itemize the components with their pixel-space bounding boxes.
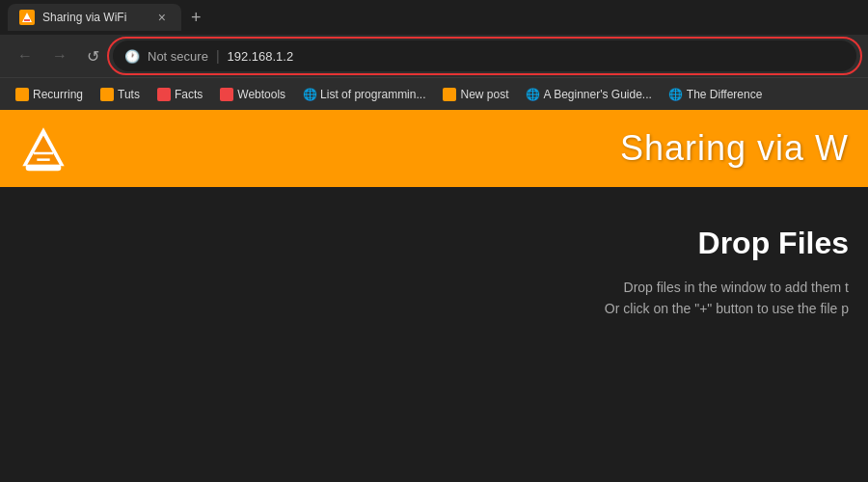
bookmark-label: Tuts	[118, 88, 140, 101]
bookmark-globe-icon: 🌐	[669, 88, 683, 101]
address-url: 192.168.1.2	[228, 49, 294, 64]
not-secure-label: Not secure	[148, 49, 208, 64]
page-header-title: Sharing via W	[620, 128, 849, 169]
bookmark-folder-icon	[220, 88, 233, 101]
bookmark-list-programming[interactable]: 🌐 List of programmin...	[295, 85, 433, 104]
tab-bar: Sharing via WiFi × +	[0, 0, 868, 35]
reload-button[interactable]: ↺	[81, 43, 105, 69]
address-bar[interactable]: 🕐 Not secure | 192.168.1.2	[113, 40, 856, 71]
bookmark-new-post[interactable]: New post	[435, 85, 516, 104]
new-tab-button[interactable]: +	[185, 6, 207, 30]
bookmark-facts[interactable]: Facts	[149, 85, 210, 104]
back-button[interactable]: ←	[12, 43, 39, 68]
bookmark-label: Facts	[175, 88, 203, 101]
svg-rect-4	[26, 165, 62, 172]
bookmark-the-difference[interactable]: 🌐 The Difference	[662, 85, 771, 104]
drop-files-description: Drop files in the window to add them t O…	[605, 277, 849, 320]
drop-files-desc-line2: Or click on the "+" button to use the fi…	[605, 298, 849, 319]
svg-rect-1	[24, 19, 30, 21]
security-icon: 🕐	[124, 49, 140, 64]
bookmark-folder-icon	[15, 88, 29, 101]
bookmark-label: The Difference	[687, 88, 763, 101]
page-body: Drop Files Drop files in the window to a…	[0, 187, 868, 339]
tab-favicon	[19, 10, 35, 25]
bookmark-label: A Beginner's Guide...	[544, 88, 652, 101]
forward-button[interactable]: →	[46, 43, 73, 68]
drop-files-desc-line1: Drop files in the window to add them t	[605, 277, 849, 298]
bookmark-tuts[interactable]: Tuts	[93, 85, 148, 104]
vlc-logo	[19, 124, 68, 173]
bookmark-folder-icon	[443, 88, 456, 101]
bookmark-label: Recurring	[33, 88, 83, 101]
bookmark-recurring[interactable]: Recurring	[8, 85, 91, 104]
bookmarks-bar: Recurring Tuts Facts Webtools 🌐 List of …	[0, 77, 868, 110]
address-bar-row: ← → ↺ 🕐 Not secure | 192.168.1.2	[0, 35, 868, 77]
address-separator: |	[216, 48, 220, 64]
bookmark-globe-icon: 🌐	[303, 88, 316, 101]
bookmark-label: New post	[460, 88, 508, 101]
vlc-header: Sharing via W	[0, 110, 868, 187]
bookmark-globe-icon: 🌐	[527, 88, 540, 101]
browser-chrome: Sharing via WiFi × + ← → ↺ 🕐 Not secure …	[0, 0, 868, 110]
tab-close-button[interactable]: ×	[154, 8, 170, 27]
bookmark-label: List of programmin...	[320, 88, 425, 101]
bookmark-beginners-guide[interactable]: 🌐 A Beginner's Guide...	[519, 85, 660, 104]
bookmark-label: Webtools	[237, 88, 285, 101]
tab-title: Sharing via WiFi	[42, 11, 147, 24]
bookmark-folder-icon	[157, 88, 171, 101]
bookmark-folder-icon	[100, 88, 114, 101]
drop-files-title: Drop Files	[698, 226, 849, 261]
page-content: Sharing via W Drop Files Drop files in t…	[0, 110, 868, 482]
active-tab[interactable]: Sharing via WiFi ×	[8, 4, 181, 31]
bookmark-webtools[interactable]: Webtools	[212, 85, 293, 104]
